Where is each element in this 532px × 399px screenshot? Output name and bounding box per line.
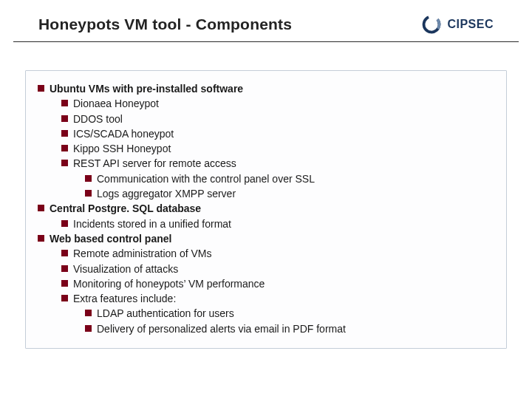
slide-title: Honeypots VM tool - Components bbox=[38, 16, 292, 33]
list-label: DDOS tool bbox=[73, 113, 123, 125]
list-item: Communication with the control panel ove… bbox=[85, 171, 494, 186]
outline-root: Ubuntu VMs with pre-installed software D… bbox=[38, 81, 494, 336]
list-label: Web based control panel bbox=[50, 233, 171, 245]
list-label: Kippo SSH Honeypot bbox=[73, 143, 171, 154]
list-label: LDAP authentication for users bbox=[97, 307, 234, 319]
slide-header: Honeypots VM tool - Components CIPSEC bbox=[13, 0, 519, 42]
list-item: LDAP authentication for users bbox=[85, 306, 494, 321]
list-item: Incidents stored in a unified format bbox=[61, 216, 494, 231]
list-label: Central Postgre. SQL database bbox=[50, 202, 201, 214]
brand-logo: CIPSEC bbox=[420, 13, 494, 35]
cipsec-logo-icon bbox=[420, 13, 443, 35]
list-label: Remote administration of VMs bbox=[73, 248, 212, 259]
brand-logo-text: CIPSEC bbox=[447, 18, 494, 31]
content-panel: Ubuntu VMs with pre-installed software D… bbox=[25, 70, 507, 349]
list-label: ICS/SCADA honeypot bbox=[73, 128, 174, 140]
list-label: Extra features include: bbox=[73, 293, 176, 304]
list-item: ICS/SCADA honeypot bbox=[61, 126, 494, 141]
list-label: Logs aggregator XMPP server bbox=[97, 188, 236, 200]
list-label: Incidents stored in a unified format bbox=[73, 218, 231, 230]
list-item: REST API server for remote access Commun… bbox=[61, 156, 494, 201]
list-item: Dionaea Honeypot bbox=[61, 96, 494, 111]
list-item: Extra features include: LDAP authenticat… bbox=[61, 291, 494, 336]
list-item: Logs aggregator XMPP server bbox=[85, 186, 494, 201]
list-item: Remote administration of VMs bbox=[61, 246, 494, 261]
list-label: Communication with the control panel ove… bbox=[97, 173, 315, 185]
list-item: Delivery of personalized alerts via emai… bbox=[85, 321, 494, 336]
list-label: Visualization of attacks bbox=[73, 263, 178, 275]
list-item: DDOS tool bbox=[61, 112, 494, 126]
list-label: Ubuntu VMs with pre-installed software bbox=[50, 83, 243, 95]
list-label: Monitoring of honeypots’ VM performance bbox=[73, 278, 265, 290]
list-item: Web based control panel Remote administr… bbox=[38, 231, 494, 336]
list-item: Visualization of attacks bbox=[61, 262, 494, 276]
list-item: Central Postgre. SQL database Incidents … bbox=[38, 201, 494, 231]
list-label: REST API server for remote access bbox=[73, 157, 236, 169]
list-item: Kippo SSH Honeypot bbox=[61, 141, 494, 156]
list-item: Ubuntu VMs with pre-installed software D… bbox=[38, 81, 494, 201]
list-item: Monitoring of honeypots’ VM performance bbox=[61, 276, 494, 291]
list-label: Dionaea Honeypot bbox=[73, 98, 159, 109]
list-label: Delivery of personalized alerts via emai… bbox=[97, 323, 346, 335]
